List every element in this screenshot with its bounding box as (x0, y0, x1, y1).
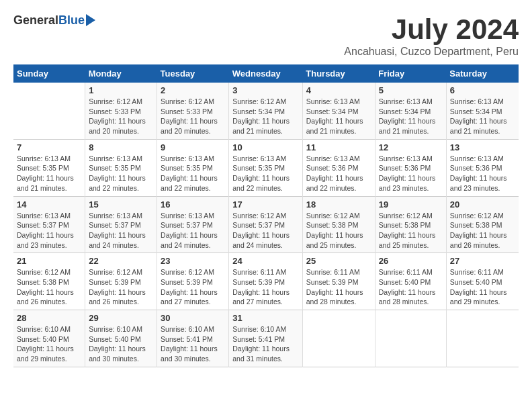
day-number: 23 (161, 256, 225, 266)
day-info: Sunrise: 6:13 AM Sunset: 5:37 PM Dayligh… (89, 211, 153, 250)
day-number: 15 (89, 199, 153, 210)
day-number: 4 (306, 85, 371, 95)
day-number: 7 (17, 142, 81, 152)
calendar-cell: 2Sunrise: 6:12 AM Sunset: 5:33 PM Daylig… (157, 83, 229, 139)
calendar-week-3: 14Sunrise: 6:13 AM Sunset: 5:37 PM Dayli… (13, 196, 519, 253)
day-info: Sunrise: 6:12 AM Sunset: 5:34 PM Dayligh… (232, 97, 298, 136)
day-info: Sunrise: 6:13 AM Sunset: 5:35 PM Dayligh… (161, 154, 225, 193)
calendar-cell: 17Sunrise: 6:12 AM Sunset: 5:37 PM Dayli… (229, 196, 302, 253)
calendar-cell: 26Sunrise: 6:11 AM Sunset: 5:40 PM Dayli… (375, 253, 446, 310)
weekday-header-row: SundayMondayTuesdayWednesdayThursdayFrid… (13, 64, 519, 83)
day-info: Sunrise: 6:13 AM Sunset: 5:35 PM Dayligh… (89, 154, 153, 193)
calendar-cell: 5Sunrise: 6:13 AM Sunset: 5:34 PM Daylig… (375, 83, 446, 139)
day-number: 1 (89, 85, 153, 95)
day-number: 9 (161, 142, 225, 152)
weekday-tuesday: Tuesday (157, 64, 229, 83)
day-number: 2 (161, 85, 225, 95)
day-info: Sunrise: 6:11 AM Sunset: 5:40 PM Dayligh… (379, 267, 443, 307)
day-info: Sunrise: 6:11 AM Sunset: 5:39 PM Dayligh… (232, 267, 298, 307)
day-number: 26 (379, 256, 443, 266)
calendar-cell: 13Sunrise: 6:13 AM Sunset: 5:36 PM Dayli… (446, 139, 519, 196)
location-title: Ancahuasi, Cuzco Department, Peru (344, 46, 519, 58)
calendar-body: 1Sunrise: 6:12 AM Sunset: 5:33 PM Daylig… (13, 83, 519, 367)
title-block: July 2024 Ancahuasi, Cuzco Department, P… (344, 13, 519, 58)
calendar-cell: 30Sunrise: 6:10 AM Sunset: 5:41 PM Dayli… (157, 310, 229, 367)
calendar-cell: 18Sunrise: 6:12 AM Sunset: 5:38 PM Dayli… (302, 196, 375, 253)
calendar-cell: 28Sunrise: 6:10 AM Sunset: 5:40 PM Dayli… (13, 310, 85, 367)
logo-general-text: General (13, 13, 58, 28)
day-number: 30 (161, 313, 225, 323)
weekday-saturday: Saturday (446, 64, 519, 83)
day-number: 29 (89, 313, 153, 323)
page-header: General Blue July 2024 Ancahuasi, Cuzco … (13, 13, 519, 58)
calendar-cell: 27Sunrise: 6:11 AM Sunset: 5:40 PM Dayli… (446, 253, 519, 310)
weekday-wednesday: Wednesday (229, 64, 302, 83)
logo: General Blue (13, 13, 95, 28)
day-number: 27 (450, 256, 515, 266)
day-info: Sunrise: 6:13 AM Sunset: 5:35 PM Dayligh… (17, 154, 81, 193)
calendar-cell: 23Sunrise: 6:12 AM Sunset: 5:39 PM Dayli… (157, 253, 229, 310)
calendar-cell: 20Sunrise: 6:12 AM Sunset: 5:38 PM Dayli… (446, 196, 519, 253)
day-number: 3 (232, 85, 298, 95)
day-info: Sunrise: 6:10 AM Sunset: 5:41 PM Dayligh… (161, 324, 225, 364)
day-number: 20 (450, 199, 515, 210)
calendar-cell (375, 310, 446, 367)
day-info: Sunrise: 6:13 AM Sunset: 5:36 PM Dayligh… (306, 154, 371, 193)
calendar-cell: 9Sunrise: 6:13 AM Sunset: 5:35 PM Daylig… (157, 139, 229, 196)
day-number: 11 (306, 142, 371, 152)
day-number: 16 (161, 199, 225, 210)
calendar-cell: 16Sunrise: 6:13 AM Sunset: 5:37 PM Dayli… (157, 196, 229, 253)
day-number: 6 (450, 85, 515, 95)
day-info: Sunrise: 6:13 AM Sunset: 5:37 PM Dayligh… (17, 211, 81, 250)
weekday-thursday: Thursday (302, 64, 375, 83)
calendar-cell: 29Sunrise: 6:10 AM Sunset: 5:40 PM Dayli… (85, 310, 157, 367)
day-info: Sunrise: 6:12 AM Sunset: 5:39 PM Dayligh… (89, 267, 153, 307)
logo-arrow-icon (86, 14, 95, 26)
day-number: 5 (379, 85, 443, 95)
day-number: 13 (450, 142, 515, 152)
day-number: 19 (379, 199, 443, 210)
day-number: 12 (379, 142, 443, 152)
calendar-cell: 21Sunrise: 6:12 AM Sunset: 5:38 PM Dayli… (13, 253, 85, 310)
calendar-week-1: 1Sunrise: 6:12 AM Sunset: 5:33 PM Daylig… (13, 83, 519, 139)
calendar-cell (13, 83, 85, 139)
day-number: 10 (232, 142, 298, 152)
calendar-cell: 11Sunrise: 6:13 AM Sunset: 5:36 PM Dayli… (302, 139, 375, 196)
day-number: 24 (232, 256, 298, 266)
calendar-cell: 7Sunrise: 6:13 AM Sunset: 5:35 PM Daylig… (13, 139, 85, 196)
calendar-cell (302, 310, 375, 367)
day-info: Sunrise: 6:13 AM Sunset: 5:34 PM Dayligh… (306, 97, 371, 136)
day-info: Sunrise: 6:12 AM Sunset: 5:33 PM Dayligh… (161, 97, 225, 136)
day-number: 25 (306, 256, 371, 266)
day-info: Sunrise: 6:12 AM Sunset: 5:37 PM Dayligh… (232, 211, 298, 250)
calendar-week-4: 21Sunrise: 6:12 AM Sunset: 5:38 PM Dayli… (13, 253, 519, 310)
day-info: Sunrise: 6:12 AM Sunset: 5:38 PM Dayligh… (17, 267, 81, 307)
day-info: Sunrise: 6:10 AM Sunset: 5:40 PM Dayligh… (89, 324, 153, 364)
day-info: Sunrise: 6:12 AM Sunset: 5:33 PM Dayligh… (89, 97, 153, 136)
day-info: Sunrise: 6:13 AM Sunset: 5:34 PM Dayligh… (450, 97, 515, 136)
day-number: 22 (89, 256, 153, 266)
day-number: 31 (232, 313, 298, 323)
day-info: Sunrise: 6:13 AM Sunset: 5:35 PM Dayligh… (232, 154, 298, 193)
calendar-week-5: 28Sunrise: 6:10 AM Sunset: 5:40 PM Dayli… (13, 310, 519, 367)
calendar-cell: 22Sunrise: 6:12 AM Sunset: 5:39 PM Dayli… (85, 253, 157, 310)
day-number: 17 (232, 199, 298, 210)
day-info: Sunrise: 6:13 AM Sunset: 5:34 PM Dayligh… (379, 97, 443, 136)
day-info: Sunrise: 6:12 AM Sunset: 5:39 PM Dayligh… (161, 267, 225, 307)
calendar-cell: 6Sunrise: 6:13 AM Sunset: 5:34 PM Daylig… (446, 83, 519, 139)
weekday-monday: Monday (85, 64, 157, 83)
day-info: Sunrise: 6:11 AM Sunset: 5:39 PM Dayligh… (306, 267, 371, 307)
calendar-cell: 19Sunrise: 6:12 AM Sunset: 5:38 PM Dayli… (375, 196, 446, 253)
day-number: 8 (89, 142, 153, 152)
day-info: Sunrise: 6:13 AM Sunset: 5:37 PM Dayligh… (161, 211, 225, 250)
day-info: Sunrise: 6:12 AM Sunset: 5:38 PM Dayligh… (306, 211, 371, 250)
calendar-week-2: 7Sunrise: 6:13 AM Sunset: 5:35 PM Daylig… (13, 139, 519, 196)
day-info: Sunrise: 6:12 AM Sunset: 5:38 PM Dayligh… (379, 211, 443, 250)
month-title: July 2024 (344, 13, 519, 46)
day-number: 28 (17, 313, 81, 323)
weekday-sunday: Sunday (13, 64, 85, 83)
calendar-cell: 15Sunrise: 6:13 AM Sunset: 5:37 PM Dayli… (85, 196, 157, 253)
calendar-cell: 12Sunrise: 6:13 AM Sunset: 5:36 PM Dayli… (375, 139, 446, 196)
day-info: Sunrise: 6:11 AM Sunset: 5:40 PM Dayligh… (450, 267, 515, 307)
calendar-cell: 3Sunrise: 6:12 AM Sunset: 5:34 PM Daylig… (229, 83, 302, 139)
